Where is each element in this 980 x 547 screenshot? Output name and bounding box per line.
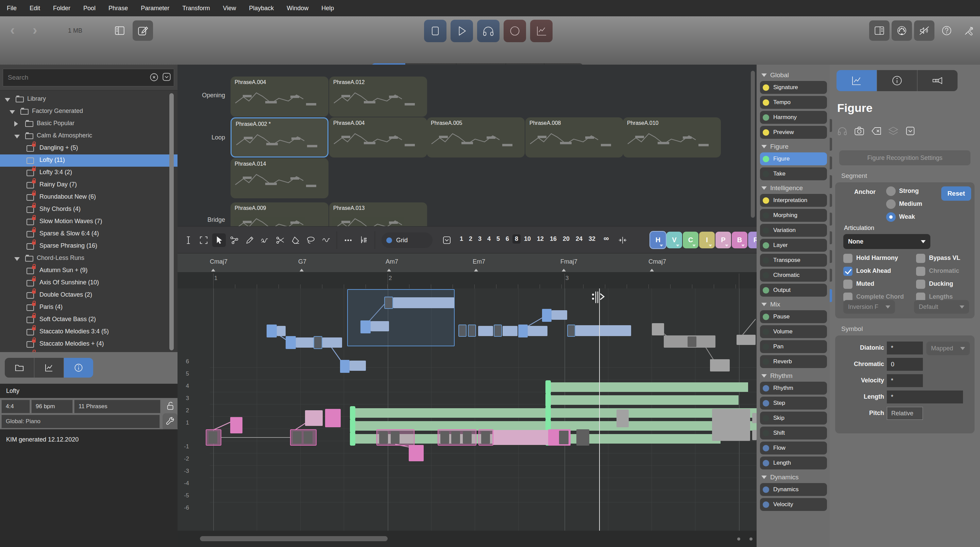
grid-value-12[interactable]: 12 [537,235,544,242]
note-melody-tail[interactable] [503,326,517,336]
tree-item[interactable]: Lofty 3:4 (2) [0,167,178,179]
default-dropdown[interactable]: Default [914,300,969,314]
tree-folder[interactable]: Library [0,93,178,105]
section-header-dynamics[interactable]: Dynamics [759,472,828,483]
tree-item[interactable]: Axis Of Sunshine (10) [0,277,178,289]
tree-item[interactable]: Sparse Phrasing (16) [0,240,178,252]
tempo-field[interactable]: 96 bpm [31,400,73,413]
chord-symbol[interactable]: Cmaj7 [649,258,666,265]
note-melody-anchor[interactable] [313,336,322,349]
grid-value-8[interactable]: 8 [512,234,520,244]
parameter-row-skip[interactable]: Skip [760,411,827,424]
tree-item[interactable]: Roundabout New (6) [0,191,178,203]
symbol-length-field[interactable]: * [887,391,963,403]
parameter-row-pan[interactable]: Pan [760,340,827,353]
note-harmony-anchor[interactable] [350,406,355,420]
checkbox-chromatic[interactable] [916,267,925,276]
note-muted[interactable] [652,323,664,335]
anchor-radio-weak[interactable] [886,212,896,222]
tools-button[interactable] [959,21,979,41]
menu-item-playback[interactable]: Playback [249,5,274,12]
symbol-chromatic-field[interactable]: 0 [887,358,923,371]
phrase-card[interactable]: PhraseA.005 [427,117,525,158]
note-melody-tail[interactable] [296,338,314,348]
zoom-dot-2[interactable] [749,537,752,541]
play-button[interactable] [450,20,473,42]
tree-folder[interactable]: Factory Generated [0,105,178,118]
tab-figure-view[interactable] [837,70,877,91]
checkbox-hold-harmony[interactable] [843,254,853,263]
note-dark-anchor[interactable] [463,431,472,443]
divider-tab[interactable] [830,119,832,132]
midi-button[interactable] [892,21,912,41]
inversion-dropdown[interactable]: Inversion F [843,300,895,314]
note-dark-anchor[interactable] [481,431,490,443]
parameter-row-take[interactable]: Take [760,167,827,180]
chord-symbol[interactable]: Am7 [386,258,398,265]
playhead[interactable] [599,289,600,531]
menu-item-folder[interactable]: Folder [53,5,70,12]
grid-value-20[interactable]: 20 [563,235,570,242]
grid-value-2[interactable]: 2 [469,235,473,242]
edit-mode-button[interactable] [133,21,153,41]
divider-tab[interactable] [830,231,832,244]
symbol-velocity-field[interactable]: * [887,374,923,387]
tool-scissors[interactable] [274,233,287,247]
tree-folder[interactable]: Calm & Atmospheric [0,130,178,142]
tool-eraser[interactable] [289,233,302,247]
parameter-chip-H[interactable]: H [650,232,666,248]
divider-tab[interactable] [830,269,832,282]
note-dark-anchor[interactable] [391,431,399,443]
divider-tab[interactable] [830,156,832,169]
note-bass-tail[interactable] [492,430,548,445]
phrase-card[interactable]: PhraseA.004 [329,117,427,158]
note-dark-anchor[interactable] [293,431,302,443]
phrase-card[interactable]: PhraseA.014 [231,158,328,198]
phrase-card[interactable]: PhraseA.004 [231,77,328,117]
back-button[interactable]: ‹ [10,22,14,38]
section-header-global[interactable]: Global [759,69,828,81]
tree-item[interactable]: Staccato Melodies 3:4 (5) [0,326,178,338]
note-melody-anchor[interactable] [567,325,575,337]
phrase-card[interactable]: PhraseA.002 * [231,117,328,158]
symbol-pitch-field[interactable]: Relative [887,407,923,420]
playhead-handle-icon[interactable] [590,290,605,304]
note-melody-anchor[interactable] [468,325,476,337]
search-input[interactable] [3,69,174,86]
tab-preview[interactable] [34,358,64,378]
note-muted[interactable] [737,335,756,345]
note-bass[interactable] [230,417,242,434]
chord-symbol[interactable]: Em7 [473,258,485,265]
zoom-dot-1[interactable] [737,537,740,541]
phrase-card[interactable]: PhraseA.010 [623,117,721,158]
tool-lasso[interactable] [304,233,318,247]
clear-search-icon[interactable] [149,72,159,82]
tab-instrument[interactable] [918,70,958,91]
toggle-right-panel-button[interactable] [869,21,889,41]
parameter-row-velocity[interactable]: Velocity [760,498,827,511]
note-melody[interactable] [518,325,528,338]
checkbox-bypass-vl[interactable] [916,254,925,263]
note-melody[interactable] [340,360,350,373]
parameter-chip-I[interactable]: I [699,232,715,248]
parameter-chip-C[interactable]: C [683,232,698,248]
parameter-row-interpretation[interactable]: Interpretation [760,194,827,207]
monitor-headphones-button[interactable] [477,20,500,42]
note-melody-tail[interactable] [552,310,567,320]
note-dark-anchor[interactable] [687,336,697,347]
grid-value-4[interactable]: 4 [487,235,491,242]
menu-item-parameter[interactable]: Parameter [141,5,169,12]
section-header-mix[interactable]: Mix [759,299,828,310]
note-melody[interactable] [360,321,371,333]
tab-info[interactable] [64,358,93,378]
grid-value-24[interactable]: 24 [576,235,582,242]
tool-squiggle[interactable] [258,233,272,247]
checkbox-muted[interactable] [843,280,853,289]
note-muted[interactable] [712,409,750,441]
chord-symbol[interactable]: Cmaj7 [210,258,228,265]
note-harmony-bar[interactable] [548,395,738,405]
tree-item[interactable]: Soft Octave Bass (2) [0,314,178,326]
snap-tool[interactable] [616,233,629,247]
parameter-chip-B[interactable]: B [732,232,748,248]
parameter-row-dynamics[interactable]: Dynamics [760,483,827,496]
